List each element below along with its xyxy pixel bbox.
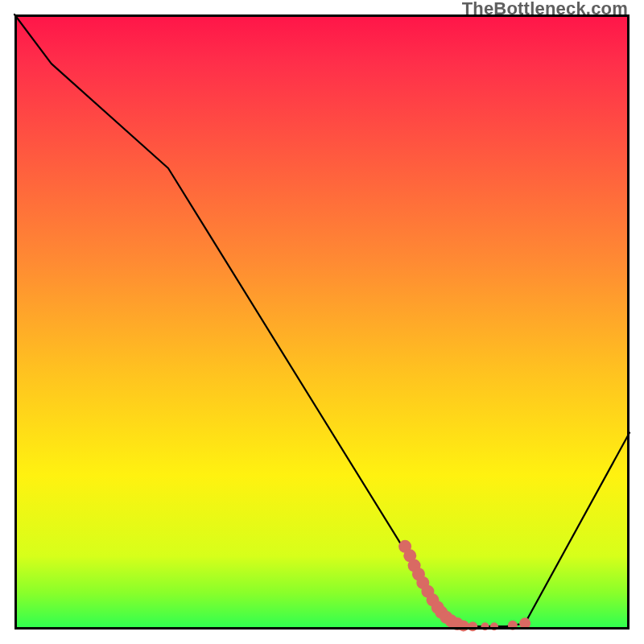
bottleneck-curve-line — [14, 14, 630, 626]
chart-stage: TheBottleneck.com — [0, 0, 644, 644]
highlight-dot — [508, 621, 518, 630]
chart-frame — [14, 14, 630, 630]
highlight-dot — [468, 621, 477, 631]
highlight-dots-group — [398, 540, 530, 632]
chart-plot — [14, 14, 630, 630]
highlight-dot — [481, 622, 489, 630]
highlight-dot — [519, 617, 530, 629]
highlight-dot — [458, 620, 469, 631]
highlight-dot — [490, 622, 498, 630]
